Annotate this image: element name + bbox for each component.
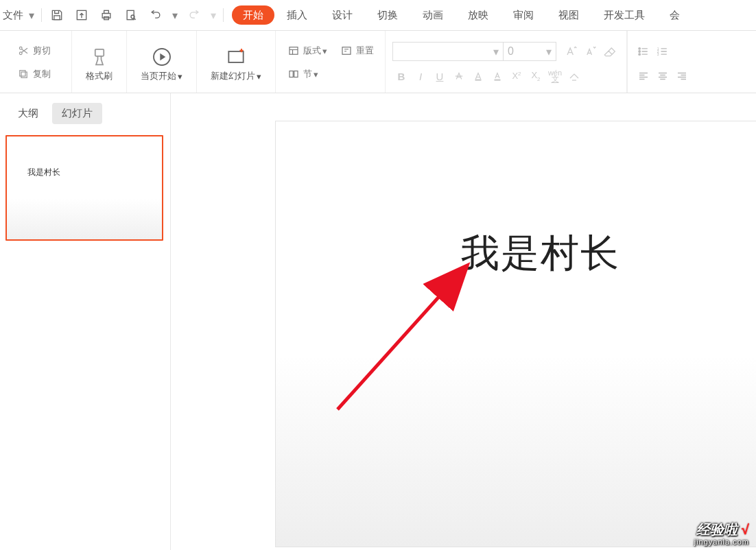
svg-rect-2 [102,14,110,19]
svg-rect-18 [475,80,482,81]
subscript-button[interactable]: X2 [527,67,545,85]
svg-point-8 [19,47,22,49]
decrease-font-icon[interactable] [581,43,599,60]
svg-rect-17 [294,71,298,77]
new-slide-group: 新建幻灯片▾ [197,31,276,93]
svg-rect-14 [290,47,298,55]
pinyin-button[interactable]: wén文 [546,67,564,85]
watermark-text: 经验啦 [696,522,737,537]
save-icon[interactable] [49,8,64,23]
italic-button[interactable]: I [412,67,429,85]
undo-icon[interactable] [148,8,163,23]
clear-format-button[interactable] [565,67,583,85]
slide-panel: 大纲 幻灯片 我是村长 [0,93,171,550]
svg-rect-9 [21,72,27,77]
format-painter-group: 格式刷 [72,31,127,93]
menu-tab-0[interactable]: 开始 [232,5,274,25]
layout-label: 版式 [303,45,321,57]
print-preview-icon[interactable] [123,8,139,23]
svg-point-22 [639,53,641,56]
play-circle-icon [150,45,174,69]
slide-canvas[interactable]: 我是村长 [275,121,756,547]
font-color-button[interactable] [488,67,506,85]
numbered-list-button[interactable]: 123 [654,43,672,60]
svg-text:3: 3 [657,52,659,56]
from-current-button[interactable]: 当页开始▾ [134,43,189,82]
reset-icon [340,44,353,58]
canvas-area[interactable]: 我是村长 [171,93,756,550]
workspace: 大纲 幻灯片 我是村长 我是村长 [0,93,756,550]
underline-button[interactable]: U [431,67,449,85]
slide-thumbnail[interactable]: 我是村长 [5,135,163,241]
check-icon: √ [742,522,749,537]
svg-point-7 [19,52,22,55]
svg-rect-11 [95,49,104,56]
chevron-down-icon: ▾ [314,69,318,80]
highlight-button[interactable] [469,67,487,85]
bold-button[interactable]: B [392,67,410,85]
menu-tabs: 开始插入设计切换动画放映审阅视图开发工具会 [232,0,692,30]
redo-icon[interactable] [187,8,202,23]
scissors-icon [16,44,30,58]
section-button[interactable]: 节 ▾ [284,66,321,82]
menu-tab-5[interactable]: 放映 [456,0,501,30]
menu-tab-9[interactable]: 会 [657,0,692,30]
new-slide-icon [224,45,248,69]
font-size-select[interactable]: 0 ▾ [504,42,556,61]
svg-point-20 [639,48,641,50]
watermark-url: jingyanla.com [694,538,749,546]
menu-tab-4[interactable]: 动画 [410,0,456,30]
font-name-select[interactable]: ▾ [392,42,504,61]
paintbrush-icon [88,45,111,69]
svg-rect-10 [20,71,25,76]
align-center-button[interactable] [654,67,672,85]
reset-label: 重置 [356,45,374,57]
undo-dropdown-caret[interactable]: ▾ [168,9,182,22]
redo-dropdown-caret[interactable]: ▾ [206,9,220,22]
menu-tab-3[interactable]: 切换 [365,0,410,30]
superscript-button[interactable]: X2 [508,67,525,85]
copy-icon [16,67,30,81]
copy-button[interactable]: 复制 [14,66,54,82]
separator [223,8,224,22]
cut-button[interactable]: 剪切 [14,43,54,59]
file-menu-caret[interactable]: ▾ [25,9,38,22]
menu-tab-7[interactable]: 视图 [546,0,591,30]
panel-tabs: 大纲 幻灯片 [0,93,170,131]
svg-rect-0 [54,16,60,20]
bullet-list-button[interactable] [635,43,652,60]
increase-font-icon[interactable] [562,43,580,60]
strikethrough-button[interactable] [450,67,468,85]
svg-rect-13 [228,51,243,62]
tab-outline[interactable]: 大纲 [8,103,48,124]
chevron-down-icon: ▾ [546,45,552,58]
align-left-button[interactable] [635,67,652,85]
file-menu-label[interactable]: 文件 [3,9,23,22]
svg-rect-16 [290,71,293,77]
chevron-down-icon: ▾ [322,46,327,56]
reset-button[interactable]: 重置 [337,43,377,59]
new-slide-label: 新建幻灯片▾ [211,70,261,82]
menu-tab-1[interactable]: 插入 [274,0,320,30]
ribbon: 剪切 复制 格式刷 当页开始▾ [0,31,756,93]
menu-tab-6[interactable]: 审阅 [501,0,546,30]
menu-tab-8[interactable]: 开发工具 [591,0,657,30]
play-group: 当页开始▾ [127,31,197,93]
print-icon[interactable] [99,8,114,23]
section-label: 节 [303,68,312,80]
from-current-label: 当页开始▾ [141,70,182,82]
menu-tab-2[interactable]: 设计 [320,0,365,30]
align-right-button[interactable] [673,67,691,85]
layout-button[interactable]: 版式 ▾ [284,43,330,59]
cut-label: 剪切 [33,45,51,57]
separator [41,8,42,22]
slide-title-text[interactable]: 我是村长 [461,228,620,280]
thumbnail-title: 我是村长 [27,167,60,178]
format-painter-button[interactable]: 格式刷 [79,43,119,82]
tab-slides[interactable]: 幻灯片 [52,103,102,124]
section-icon [287,67,300,81]
new-slide-button[interactable]: 新建幻灯片▾ [204,43,268,82]
export-icon[interactable] [74,8,89,23]
font-group: ▾ 0 ▾ B I U [386,31,627,93]
eraser-icon[interactable] [600,43,618,60]
